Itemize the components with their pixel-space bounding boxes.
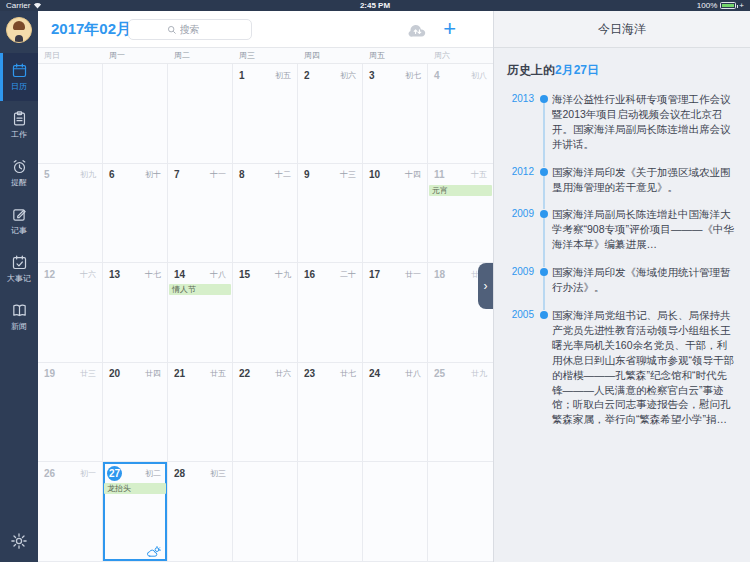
calendar-cell[interactable] (38, 64, 103, 164)
history-title: 历史上的2月27日 (507, 62, 737, 79)
calendar-cell[interactable]: 20 廿四 (103, 363, 168, 463)
history-prefix: 历史上的 (507, 63, 555, 77)
event-pill[interactable]: 情人节 (169, 284, 231, 295)
event-pill[interactable]: 元宵 (429, 185, 492, 196)
cell-lunar-label: 廿七 (340, 368, 356, 379)
calendar-cell[interactable]: 4 初八 (428, 64, 493, 164)
cell-day-number: 11 (434, 169, 445, 180)
history-event[interactable]: 2013 海洋公益性行业科研专项管理工作会议暨2013年项目启动视频会议在北京召… (507, 92, 737, 152)
sidebar-item-3[interactable]: 提醒 (0, 149, 38, 197)
cell-day-number: 13 (109, 269, 120, 280)
calendar-cell[interactable]: 8 十二 (233, 164, 298, 264)
cell-lunar-label: 廿八 (405, 368, 421, 379)
calendar-cell[interactable]: 24 廿八 (363, 363, 428, 463)
calendar-cell[interactable]: 27 初二 龙抬头 (103, 462, 168, 562)
calendar-cell[interactable] (103, 64, 168, 164)
calendar-cell[interactable]: 28 初三 (168, 462, 233, 562)
cell-day-number: 1 (239, 70, 245, 81)
calendar-cell[interactable] (428, 462, 493, 562)
calendar-cell[interactable]: 21 廿五 (168, 363, 233, 463)
history-event[interactable]: 2005 国家海洋局党组书记、局长、局保持共产党员先进性教育活动领导小组组长王曙… (507, 308, 737, 427)
cell-lunar-label: 十七 (145, 269, 161, 280)
history-event-year: 2009 (507, 207, 534, 221)
calendar-cell[interactable]: 23 廿七 (298, 363, 363, 463)
calendar-cell[interactable]: 15 十九 (233, 263, 298, 363)
history-event[interactable]: 2009 国家海洋局副局长陈连增赴中国海洋大学考察“908专项”评价项目———《… (507, 207, 737, 252)
calendar-cell[interactable]: 9 十三 (298, 164, 363, 264)
weekday-label: 周二 (168, 50, 233, 61)
cell-top: 26 初一 (38, 465, 102, 481)
sidebar-item-6[interactable]: 新闻 (0, 293, 38, 341)
event-pill[interactable]: 龙抬头 (104, 483, 166, 494)
timeline-dot-icon (540, 168, 548, 176)
calendar-cell[interactable]: 22 廿六 (233, 363, 298, 463)
cell-top (38, 67, 102, 83)
cell-top: 10 十四 (363, 167, 427, 183)
cloud-sync-icon[interactable] (407, 22, 428, 37)
weekday-label: 周三 (233, 50, 298, 61)
weather-icon (147, 544, 162, 557)
cell-lunar-label: 廿一 (405, 269, 421, 280)
calendar-cell[interactable]: 11 十五 元宵 (428, 164, 493, 264)
calendar-cell[interactable] (363, 462, 428, 562)
calendar-cell[interactable]: 17 廿一 (363, 263, 428, 363)
cell-day-number: 20 (109, 368, 120, 379)
cell-lunar-label: 十八 (210, 269, 226, 280)
calendar-cell[interactable]: 7 十一 (168, 164, 233, 264)
month-title: 2017年02月 (51, 20, 131, 39)
cell-top: 12 十六 (38, 266, 102, 282)
cell-day-number: 8 (239, 169, 245, 180)
calendar-cell[interactable]: 13 十七 (103, 263, 168, 363)
cell-day-number: 27 (107, 466, 122, 481)
calendar-cell[interactable]: 3 初七 (363, 64, 428, 164)
timeline-dot-icon (540, 210, 548, 218)
cell-day-number: 12 (44, 269, 55, 280)
history-event[interactable]: 2009 国家海洋局印发《海域使用统计管理暂行办法》。 (507, 265, 737, 295)
history-event[interactable]: 2012 国家海洋局印发《关于加强区域农业围垦用海管理的若干意见》。 (507, 165, 737, 195)
cell-day-number: 24 (369, 368, 380, 379)
cell-day-number: 17 (369, 269, 380, 280)
panel-toggle-handle[interactable]: › (478, 263, 493, 309)
sidebar-item-label: 新闻 (11, 321, 27, 332)
sidebar-item-2[interactable]: 工作 (0, 101, 38, 149)
cell-top: 11 十五 (428, 167, 493, 183)
calendar-cell[interactable]: 19 廿三 (38, 363, 103, 463)
timeline-dot-icon (540, 95, 548, 103)
history-date: 2月27日 (555, 63, 599, 77)
cell-day-number: 21 (174, 368, 185, 379)
cell-lunar-label: 初九 (80, 169, 96, 180)
cell-lunar-label: 初五 (275, 70, 291, 81)
sidebar-item-label: 大事记 (7, 273, 31, 284)
cell-lunar-label: 廿三 (80, 368, 96, 379)
cell-top: 19 廿三 (38, 366, 102, 382)
calendar-cell[interactable]: 2 初六 (298, 64, 363, 164)
cell-day-number: 18 (434, 269, 445, 280)
add-event-button[interactable]: + (443, 19, 456, 39)
cell-day-number: 16 (304, 269, 315, 280)
calendar-cell[interactable]: 26 初一 (38, 462, 103, 562)
sidebar-item-4[interactable]: 记事 (0, 197, 38, 245)
cell-top: 3 初七 (363, 67, 427, 83)
calendar-cell[interactable] (233, 462, 298, 562)
calendar-cell[interactable]: 1 初五 (233, 64, 298, 164)
cell-top: 24 廿八 (363, 366, 427, 382)
calendar-cell[interactable]: 12 十六 (38, 263, 103, 363)
sidebar-item-5[interactable]: 大事记 (0, 245, 38, 293)
status-time: 2:45 PM (0, 1, 750, 10)
gear-icon[interactable] (10, 532, 28, 550)
calendar-cell[interactable]: 16 二十 (298, 263, 363, 363)
calendar-cell[interactable]: 14 十八 情人节 (168, 263, 233, 363)
sidebar-item-1[interactable]: 日历 (0, 53, 38, 101)
calendar-cell[interactable] (298, 462, 363, 562)
calendar-cell[interactable]: 6 初十 (103, 164, 168, 264)
cell-top (428, 465, 493, 481)
cell-day-number: 23 (304, 368, 315, 379)
search-input[interactable] (180, 24, 214, 35)
cell-day-number: 3 (369, 70, 375, 81)
calendar-cell[interactable]: 5 初九 (38, 164, 103, 264)
calendar-cell[interactable] (168, 64, 233, 164)
search-box[interactable] (128, 19, 252, 40)
calendar-cell[interactable]: 25 廿九 (428, 363, 493, 463)
calendar-cell[interactable]: 10 十四 (363, 164, 428, 264)
avatar[interactable] (6, 17, 32, 43)
